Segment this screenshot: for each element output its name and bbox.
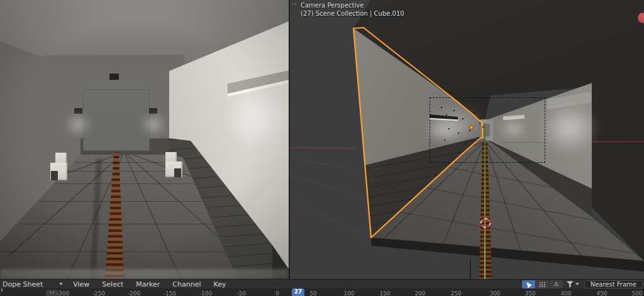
- ruler-tick: 500: [631, 290, 642, 296]
- ruler-tick: -50: [237, 290, 247, 296]
- ruler-tick: 450: [596, 290, 607, 296]
- ruler-tick: -250: [92, 290, 105, 296]
- show-hidden-button[interactable]: [536, 280, 549, 288]
- object-origin-dot: [469, 125, 474, 129]
- snap-mode-dropdown[interactable]: Nearest Frame: [584, 280, 643, 288]
- timeline-ruler[interactable]: ‹› 27 -300-250-200-150-100-5005010015020…: [0, 288, 644, 296]
- filter-toggle-group: ⚠: [522, 280, 563, 288]
- ruler-tick: 200: [414, 290, 425, 296]
- dope-sheet-menubar: ViewSelectMarkerChannelKey: [67, 280, 232, 289]
- ruler-tick: 0: [275, 290, 279, 296]
- menu-channel[interactable]: Channel: [166, 280, 207, 289]
- ruler-tick: 350: [525, 290, 535, 296]
- sidebar-collapse-icon[interactable]: ‹: [284, 1, 286, 8]
- funnel-icon: [567, 281, 574, 288]
- warning-triangle-icon: ⚠: [553, 282, 558, 287]
- only-show-errors-button[interactable]: ⚠: [550, 280, 563, 288]
- ruler-tick: 250: [450, 290, 461, 296]
- camera-viewport[interactable]: ‹› Camera Perspective (27) Scene Collect…: [290, 0, 644, 279]
- render-vignette: [0, 0, 289, 279]
- ruler-tick: 100: [343, 290, 354, 296]
- viewport-view-label: Camera Perspective: [301, 1, 364, 9]
- ruler-tick: 150: [379, 290, 390, 296]
- ruler-tick: 300: [489, 290, 500, 296]
- snap-mode-label: Nearest Frame: [591, 281, 636, 288]
- ruler-tick: -100: [199, 290, 212, 296]
- particle-specks: [441, 107, 442, 108]
- only-show-selected-button[interactable]: [522, 280, 535, 288]
- chevron-down-icon: [575, 283, 579, 285]
- render-viewport[interactable]: ‹: [0, 0, 289, 279]
- viewport-context-label: (27) Scene Collection | Cube.010: [301, 9, 404, 18]
- 3d-cursor: [480, 218, 491, 228]
- selected-object-outline: [353, 28, 482, 238]
- editor-type-label: Dope Sheet: [3, 280, 43, 288]
- ruler-tick: -300: [57, 290, 69, 296]
- menu-key[interactable]: Key: [208, 280, 233, 289]
- ruler-tick: -200: [128, 290, 140, 296]
- menu-select[interactable]: Select: [96, 280, 130, 289]
- filter-dropdown[interactable]: [567, 281, 579, 288]
- ruler-edge-tick: [1, 288, 3, 292]
- selection-outline-svg: [290, 0, 644, 279]
- ruler-tick: 50: [309, 290, 316, 296]
- editor-type-dropdown[interactable]: Dope Sheet: [0, 280, 67, 289]
- dope-sheet-header: Dope Sheet ViewSelectMarkerChannelKey ⚠ …: [0, 279, 644, 288]
- chevron-down-icon: [59, 283, 63, 285]
- gizmo-x-axis-ball[interactable]: [638, 13, 644, 23]
- ruler-tick: 400: [560, 290, 571, 296]
- viewport-area: ‹: [0, 0, 644, 279]
- toolbar-collapse-icon[interactable]: ‹›: [292, 1, 297, 8]
- ghost-icon: [539, 282, 546, 287]
- menu-view[interactable]: View: [67, 280, 96, 289]
- playhead-badge[interactable]: 27: [292, 288, 304, 296]
- menu-marker[interactable]: Marker: [130, 280, 166, 289]
- cursor-arrow-icon: [525, 280, 532, 288]
- blender-window: ‹: [0, 0, 644, 296]
- ruler-tick: -150: [164, 290, 176, 296]
